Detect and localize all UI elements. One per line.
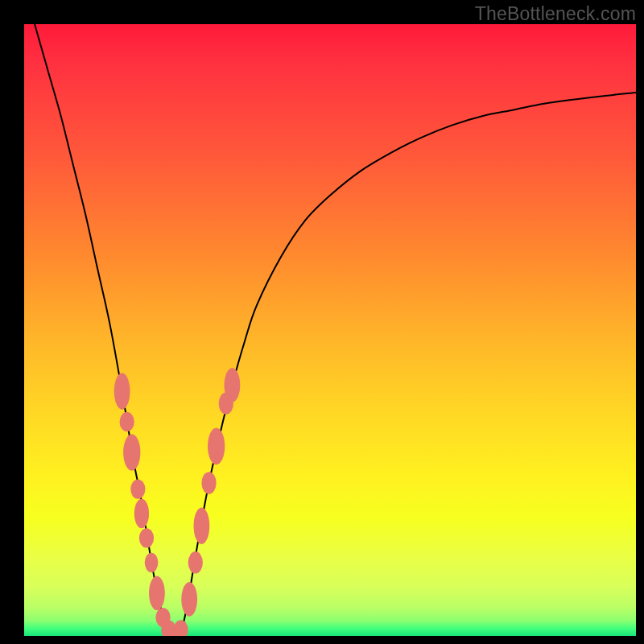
plot-area [24, 24, 636, 636]
curve-marker [139, 528, 154, 547]
watermark-text: TheBottleneck.com [475, 3, 636, 25]
curve-marker [225, 368, 241, 402]
curve-marker [188, 551, 203, 573]
curve-marker [145, 553, 159, 572]
curve-marker [194, 507, 210, 544]
curve-marker [123, 434, 140, 471]
curve-marker [114, 373, 130, 410]
curve-marker [134, 499, 149, 528]
curve-marker [208, 428, 225, 465]
chart-frame: TheBottleneck.com [0, 0, 644, 644]
curve-svg [24, 24, 636, 636]
bottleneck-curve [24, 24, 636, 636]
curve-marker [173, 620, 188, 636]
curve-marker [149, 576, 165, 611]
curve-markers [114, 368, 241, 636]
curve-marker [120, 412, 134, 431]
curve-marker [130, 479, 145, 498]
curve-marker [201, 472, 216, 493]
curve-marker [181, 582, 197, 617]
